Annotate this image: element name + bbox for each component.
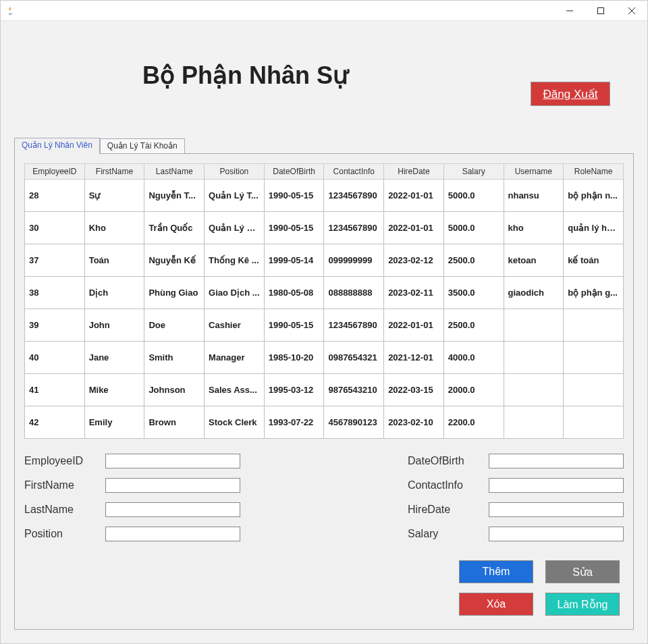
table-cell: 1993-07-22	[264, 406, 324, 439]
table-row[interactable]: 28SựNguyễn T...Quản Lý T...1990-05-15123…	[25, 180, 624, 212]
column-header[interactable]: RoleName	[564, 164, 624, 180]
app-window: Bộ Phận Nhân Sự Đăng Xuất Quản Lý Nhân V…	[0, 0, 648, 644]
column-header[interactable]: Position	[205, 164, 265, 180]
minimize-button[interactable]	[554, 1, 585, 20]
table-cell: kế toán	[564, 244, 624, 277]
table-row[interactable]: 41MikeJohnsonSales Ass...1995-03-1298765…	[25, 374, 624, 406]
add-button[interactable]: Thêm	[459, 560, 533, 583]
column-header[interactable]: FirstName	[84, 164, 144, 180]
salary-input[interactable]	[489, 527, 624, 541]
table-cell: 2500.0	[443, 244, 504, 277]
table-row[interactable]: 40JaneSmithManager1985-10-20098765432120…	[25, 342, 624, 374]
column-header[interactable]: ContactInfo	[324, 164, 384, 180]
table-cell: Smith	[144, 342, 205, 374]
logout-button[interactable]: Đăng Xuất	[531, 82, 610, 106]
table-row[interactable]: 30KhoTrần QuốcQuản Lý K...1990-05-151234…	[25, 212, 624, 244]
column-header[interactable]: LastName	[144, 164, 205, 180]
table-cell: giaodich	[504, 277, 564, 309]
tab-strip: Quản Lý Nhân Viên Quản Lý Tài Khoản	[14, 137, 634, 153]
table-cell: Brown	[144, 406, 205, 439]
table-row[interactable]: 39JohnDoeCashier1990-05-1512345678902022…	[25, 309, 624, 342]
table-cell: Cashier	[205, 309, 265, 342]
table-cell	[564, 374, 624, 406]
table-cell: 2022-01-01	[384, 180, 444, 212]
form-area: EmployeeIDFirstNameLastNamePosition Date…	[24, 454, 624, 551]
contactinfo-label: ContactInfo	[408, 479, 482, 491]
table-cell	[564, 406, 624, 439]
column-header[interactable]: DateOfBirth	[264, 164, 324, 180]
table-cell: Giao Dịch ...	[205, 277, 265, 309]
table-cell: Manager	[205, 342, 265, 374]
table-cell: Kho	[84, 212, 144, 244]
table-row[interactable]: 42EmilyBrownStock Clerk1993-07-224567890…	[25, 406, 624, 439]
table-cell: 41	[25, 374, 85, 406]
table-cell: 37	[25, 244, 85, 277]
table-cell: 088888888	[324, 277, 384, 309]
delete-button[interactable]: Xóa	[459, 593, 533, 616]
table-cell: Dịch	[84, 277, 144, 309]
table-cell: Toán	[84, 244, 144, 277]
table-cell: 28	[25, 180, 85, 212]
tab-body: EmployeeIDFirstNameLastNamePositionDateO…	[14, 153, 634, 630]
table-cell: 099999999	[324, 244, 384, 277]
maximize-button[interactable]	[585, 1, 616, 20]
table-cell: 1234567890	[324, 212, 384, 244]
table-row[interactable]: 38DịchPhùng GiaoGiao Dịch ...1980-05-080…	[25, 277, 624, 309]
action-buttons: Thêm Sửa Xóa Làm Rỗng	[459, 560, 620, 616]
table-cell: 0987654321	[324, 342, 384, 374]
table-cell: 2022-01-01	[384, 212, 444, 244]
table-cell: 2021-12-01	[384, 342, 444, 374]
form-row: DateOfBirth	[338, 454, 624, 468]
table-cell	[504, 309, 564, 342]
titlebar-left	[5, 5, 20, 16]
table-cell: 9876543210	[324, 374, 384, 406]
tab-pane: Quản Lý Nhân Viên Quản Lý Tài Khoản Empl…	[14, 137, 634, 630]
table-cell: 1234567890	[324, 180, 384, 212]
table-cell: bộ phận n...	[564, 180, 624, 212]
dateofbirth-input[interactable]	[489, 454, 624, 468]
contactinfo-input[interactable]	[489, 478, 624, 493]
employee-table: EmployeeIDFirstNameLastNamePositionDateO…	[24, 163, 624, 439]
titlebar-controls	[554, 1, 647, 20]
lastname-input[interactable]	[105, 502, 240, 517]
column-header[interactable]: Username	[504, 164, 564, 180]
table-cell: Sales Ass...	[205, 374, 265, 406]
clear-button[interactable]: Làm Rỗng	[545, 593, 620, 616]
table-cell: 4000.0	[443, 342, 504, 374]
form-column-left: EmployeeIDFirstNameLastNamePosition	[24, 454, 310, 551]
form-row: FirstName	[24, 478, 310, 493]
table-cell: 1990-05-15	[264, 309, 324, 342]
table-cell: 42	[25, 406, 85, 439]
close-button[interactable]	[616, 1, 647, 20]
table-cell: Mike	[84, 374, 144, 406]
table-cell: Stock Clerk	[205, 406, 265, 439]
table-row[interactable]: 37ToánNguyễn KếThống Kê ...1999-05-14099…	[25, 244, 624, 277]
table-cell: 1999-05-14	[264, 244, 324, 277]
tab-employees[interactable]: Quản Lý Nhân Viên	[14, 138, 100, 154]
content: Bộ Phận Nhân Sự Đăng Xuất Quản Lý Nhân V…	[1, 21, 647, 643]
table-cell: 5000.0	[443, 180, 504, 212]
employeeid-label: EmployeeID	[24, 455, 99, 467]
salary-label: Salary	[408, 528, 482, 540]
dateofbirth-label: DateOfBirth	[408, 455, 482, 467]
table-cell: Doe	[144, 309, 205, 342]
table-cell: 2500.0	[443, 309, 504, 342]
table-cell: quản lý hà...	[564, 212, 624, 244]
table-cell: 2022-01-01	[384, 309, 444, 342]
table-cell: 2023-02-11	[384, 277, 444, 309]
table-cell: 5000.0	[443, 212, 504, 244]
table-cell: 1985-10-20	[264, 342, 324, 374]
column-header[interactable]: EmployeeID	[25, 164, 85, 180]
form-row: EmployeeID	[24, 454, 310, 468]
form-row: ContactInfo	[338, 478, 624, 493]
form-row: Position	[24, 527, 310, 541]
column-header[interactable]: Salary	[443, 164, 504, 180]
firstname-input[interactable]	[105, 478, 240, 493]
tab-accounts[interactable]: Quản Lý Tài Khoản	[100, 138, 185, 153]
edit-button[interactable]: Sửa	[545, 560, 620, 583]
hiredate-input[interactable]	[489, 502, 624, 517]
table-cell: 2000.0	[443, 374, 504, 406]
position-input[interactable]	[105, 527, 240, 541]
column-header[interactable]: HireDate	[384, 164, 444, 180]
employeeid-input[interactable]	[105, 454, 240, 468]
